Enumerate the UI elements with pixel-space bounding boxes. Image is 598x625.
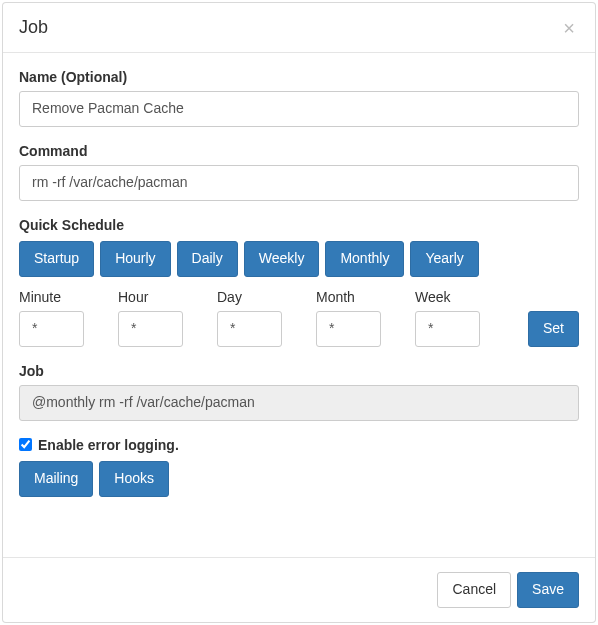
command-label: Command [19, 143, 579, 159]
week-label: Week [415, 289, 480, 305]
extra-buttons: Mailing Hooks [19, 461, 579, 497]
time-row: Minute Hour Day Month Week [19, 289, 579, 347]
hour-input[interactable] [118, 311, 183, 347]
set-button[interactable]: Set [528, 311, 579, 347]
hour-col: Hour [118, 289, 183, 347]
set-col: Set [528, 311, 579, 347]
name-label: Name (Optional) [19, 69, 579, 85]
day-label: Day [217, 289, 282, 305]
daily-button[interactable]: Daily [177, 241, 238, 277]
weekly-button[interactable]: Weekly [244, 241, 320, 277]
name-input[interactable] [19, 91, 579, 127]
close-button[interactable]: × [559, 18, 579, 38]
command-group: Command [19, 143, 579, 201]
name-group: Name (Optional) [19, 69, 579, 127]
month-input[interactable] [316, 311, 381, 347]
monthly-button[interactable]: Monthly [325, 241, 404, 277]
startup-button[interactable]: Startup [19, 241, 94, 277]
enable-logging-checkbox[interactable] [19, 438, 32, 451]
mailing-button[interactable]: Mailing [19, 461, 93, 497]
modal-body: Name (Optional) Command Quick Schedule S… [3, 53, 595, 557]
minute-label: Minute [19, 289, 84, 305]
hour-label: Hour [118, 289, 183, 305]
enable-logging-label: Enable error logging. [38, 437, 179, 453]
save-button[interactable]: Save [517, 572, 579, 608]
modal-header: Job × [3, 3, 595, 53]
hourly-button[interactable]: Hourly [100, 241, 170, 277]
quick-schedule-buttons: Startup Hourly Daily Weekly Monthly Year… [19, 241, 579, 277]
yearly-button[interactable]: Yearly [410, 241, 478, 277]
job-group: Job [19, 363, 579, 421]
logging-row: Enable error logging. [19, 437, 579, 453]
modal-title: Job [19, 17, 48, 38]
minute-input[interactable] [19, 311, 84, 347]
modal-footer: Cancel Save [3, 557, 595, 622]
day-col: Day [217, 289, 282, 347]
quick-schedule-group: Quick Schedule Startup Hourly Daily Week… [19, 217, 579, 347]
minute-col: Minute [19, 289, 84, 347]
job-modal: Job × Name (Optional) Command Quick Sche… [2, 2, 596, 623]
cancel-button[interactable]: Cancel [437, 572, 511, 608]
month-label: Month [316, 289, 381, 305]
job-label: Job [19, 363, 579, 379]
job-input [19, 385, 579, 421]
month-col: Month [316, 289, 381, 347]
quick-schedule-label: Quick Schedule [19, 217, 579, 233]
day-input[interactable] [217, 311, 282, 347]
week-input[interactable] [415, 311, 480, 347]
hooks-button[interactable]: Hooks [99, 461, 169, 497]
command-input[interactable] [19, 165, 579, 201]
week-col: Week [415, 289, 480, 347]
